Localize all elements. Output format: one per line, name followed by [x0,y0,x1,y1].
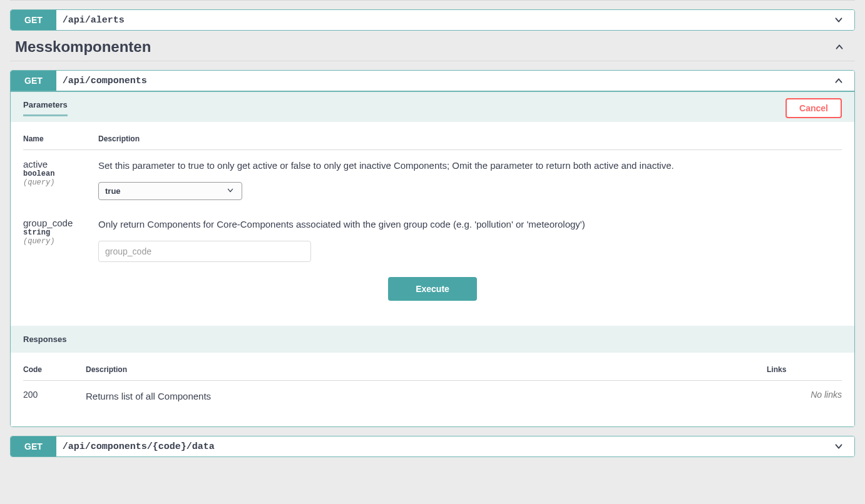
response-description: Returns list of all Components [86,381,767,412]
col-header-description: Description [98,126,842,150]
responses-table: Code Description Links 200 Returns list … [23,356,842,411]
active-select[interactable]: true [98,182,242,200]
opblock-component-data: GET /api/components/{code}/data [10,436,855,457]
param-type: string [23,228,91,237]
endpoint-path: /api/components [63,76,147,86]
method-badge-get: GET [11,436,56,456]
response-links: No links [767,381,842,412]
param-name: group_code [23,218,91,228]
endpoint-path: /api/components/{code}/data [63,441,215,452]
response-code: 200 [23,381,86,412]
parameters-table: Name Description active boolean (query) [23,126,842,271]
opblock-summary-alerts[interactable]: GET /api/alerts [11,10,854,30]
param-row-group-code: group_code string (query) Only return Co… [23,209,842,271]
param-type: boolean [23,169,91,178]
col-header-name: Name [23,126,98,150]
method-badge-get: GET [11,10,56,30]
section-header-messkomponenten[interactable]: Messkomponenten [10,31,855,61]
opblock-alerts: GET /api/alerts [10,9,855,31]
col-header-links: Links [767,356,842,381]
opblock-summary-component-data[interactable]: GET /api/components/{code}/data [11,436,854,456]
section-title: Messkomponenten [15,38,151,56]
chevron-down-icon [823,441,854,452]
execute-button[interactable]: Execute [388,277,477,301]
param-description: Only return Components for Core-Componen… [98,218,842,231]
chevron-up-icon [824,41,855,53]
param-in: (query) [23,237,91,246]
cancel-button[interactable]: Cancel [786,98,842,118]
endpoint-path: /api/alerts [63,15,125,26]
param-in: (query) [23,178,91,187]
col-header-code: Code [23,356,86,381]
response-row-200: 200 Returns list of all Components No li… [23,381,842,412]
col-header-description: Description [86,356,767,381]
chevron-down-icon [823,14,854,26]
param-description: Set this parameter to true to only get a… [98,159,842,172]
tab-parameters[interactable]: Parameters [23,100,68,116]
parameters-panel-header: Parameters Cancel [11,92,854,122]
param-name: active [23,159,91,169]
group-code-input[interactable] [98,241,311,262]
param-row-active: active boolean (query) Set this paramete… [23,150,842,209]
opblock-summary-components[interactable]: GET /api/components [11,71,854,91]
opblock-components: GET /api/components Parameters Cancel Na… [10,70,855,427]
responses-header: Responses [11,326,854,353]
method-badge-get: GET [11,71,56,91]
chevron-up-icon [823,75,854,86]
